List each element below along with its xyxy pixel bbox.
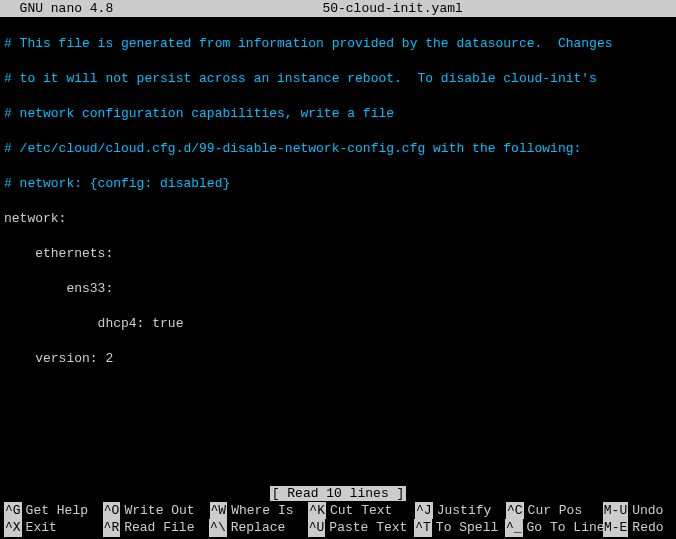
shortcut-go-to-line[interactable]: ^_Go To Line	[505, 519, 603, 537]
yaml-line: dhcp4: true	[4, 315, 672, 333]
yaml-line: network:	[4, 210, 672, 228]
shortcut-redo[interactable]: M-ERedo	[603, 519, 672, 537]
shortcut-paste-text[interactable]: ^UPaste Text	[308, 519, 415, 537]
status-line: [ Read 10 lines ]	[0, 485, 676, 503]
yaml-line: ens33:	[4, 280, 672, 298]
shortcut-row-1: ^GGet Help ^OWrite Out ^WWhere Is ^KCut …	[4, 502, 672, 520]
shortcut-replace[interactable]: ^\Replace	[209, 519, 308, 537]
comment-line: # /etc/cloud/cloud.cfg.d/99-disable-netw…	[4, 140, 672, 158]
shortcut-read-file[interactable]: ^RRead File	[103, 519, 210, 537]
app-name: GNU nano 4.8	[4, 0, 113, 17]
shortcut-cut-text[interactable]: ^KCut Text	[308, 502, 415, 520]
title-bar: GNU nano 4.8 50-cloud-init.yaml	[0, 0, 676, 17]
comment-line: # network configuration capabilities, wr…	[4, 105, 672, 123]
comment-line: # network: {config: disabled}	[4, 175, 672, 193]
status-badge: [ Read 10 lines ]	[270, 486, 407, 501]
yaml-line: ethernets:	[4, 245, 672, 263]
comment-line: # This file is generated from informatio…	[4, 35, 672, 53]
shortcut-row-2: ^XExit ^RRead File ^\Replace ^UPaste Tex…	[4, 519, 672, 537]
shortcut-exit[interactable]: ^XExit	[4, 519, 103, 537]
shortcut-undo[interactable]: M-UUndo	[603, 502, 672, 520]
yaml-line: version: 2	[4, 350, 672, 368]
shortcut-get-help[interactable]: ^GGet Help	[4, 502, 103, 520]
shortcut-justify[interactable]: ^JJustify	[415, 502, 506, 520]
editor-content[interactable]: # This file is generated from informatio…	[0, 17, 676, 385]
shortcut-write-out[interactable]: ^OWrite Out	[103, 502, 210, 520]
shortcut-where-is[interactable]: ^WWhere Is	[210, 502, 309, 520]
shortcuts-bar: ^GGet Help ^OWrite Out ^WWhere Is ^KCut …	[0, 502, 676, 539]
shortcut-cur-pos[interactable]: ^CCur Pos	[506, 502, 603, 520]
shortcut-to-spell[interactable]: ^TTo Spell	[414, 519, 505, 537]
comment-line: # to it will not persist across an insta…	[4, 70, 672, 88]
filename: 50-cloud-init.yaml	[113, 0, 672, 17]
